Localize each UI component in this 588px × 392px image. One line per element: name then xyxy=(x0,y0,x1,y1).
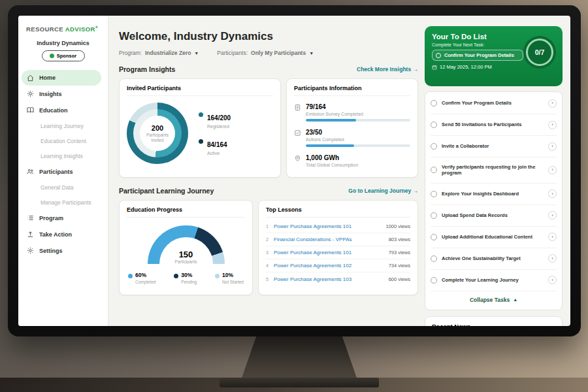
main-content: Welcome, Industry Dynamics Program: Indu… xyxy=(108,16,423,326)
logo-advisor: ADVISOR+ xyxy=(65,25,99,33)
task-row[interactable]: Verify participants requesting to join t… xyxy=(431,157,557,184)
survey-icon xyxy=(294,104,301,111)
participants-filter-label: Participants: xyxy=(217,50,248,56)
task-checkbox[interactable] xyxy=(431,167,437,173)
chevron-right-icon[interactable]: › xyxy=(548,276,557,284)
org-name: Industry Dynamics xyxy=(18,40,108,46)
recent-news-card: Recent News xyxy=(425,316,563,327)
sidebar-item-take-action[interactable]: Take Action xyxy=(18,226,108,242)
sidebar-item-general-data[interactable]: General Data xyxy=(18,180,108,195)
chevron-right-icon[interactable]: › xyxy=(548,254,557,263)
task-checkbox[interactable] xyxy=(431,255,437,262)
participants-filter[interactable]: Participants: Only My Participants ▼ xyxy=(217,50,314,56)
sidebar-item-learning-insights[interactable]: Learning Insights xyxy=(18,148,108,163)
chevron-right-icon[interactable]: › xyxy=(548,166,557,174)
task-checkbox[interactable] xyxy=(431,212,437,219)
calendar-icon xyxy=(432,65,437,70)
program-filter-value: Industrialize Zero xyxy=(145,50,191,56)
sidebar-item-education[interactable]: Education xyxy=(18,102,108,118)
chevron-right-icon[interactable]: › xyxy=(548,189,557,198)
task-row[interactable]: Invite a Collaborator › xyxy=(431,136,557,157)
sidebar-item-insights[interactable]: Insights xyxy=(18,86,108,102)
check-more-insights-link[interactable]: Check More Insights → xyxy=(357,66,418,73)
not-started-dot xyxy=(215,274,220,278)
task-checkbox[interactable] xyxy=(431,143,437,150)
sidebar: RESOURCE ADVISOR+ Industry Dynamics Spon… xyxy=(18,16,108,326)
active-dot xyxy=(199,139,203,144)
task-checkbox[interactable] xyxy=(431,100,437,106)
task-row[interactable]: Explore Your Insights Dashboard › xyxy=(431,184,557,205)
sponsor-badge[interactable]: Sponsor xyxy=(42,50,85,61)
next-task-pill[interactable]: Confirm Your Program Details xyxy=(432,50,523,61)
todo-progress-ring: 0/7 xyxy=(523,36,556,69)
lesson-row[interactable]: 5 Power Purchase Agreements 103 600 view… xyxy=(266,272,410,286)
donut-center-label: Participants Invited xyxy=(143,133,172,143)
task-row[interactable]: Upload Spend Data Records › xyxy=(431,205,557,227)
sidebar-nav: Home Insights Education Learning Journey… xyxy=(18,70,108,259)
program-filter-label: Program: xyxy=(119,50,142,56)
todo-task-list: Confirm Your Program Details › Send 50 I… xyxy=(425,91,563,310)
monitor-stand-neck xyxy=(240,335,358,382)
sidebar-item-education-content[interactable]: Education Content xyxy=(18,133,108,148)
todo-summary-card: Your To Do List Complete Your Next Task:… xyxy=(425,26,563,86)
chevron-right-icon[interactable]: › xyxy=(548,233,557,241)
program-filter[interactable]: Program: Industrialize Zero ▼ xyxy=(119,50,199,56)
sidebar-item-learning-journey[interactable]: Learning Journey xyxy=(18,118,108,133)
donut-center-value: 200 xyxy=(152,124,163,132)
actions-progress-bar xyxy=(306,144,410,147)
legend-not-started: 10% Not Started xyxy=(215,272,244,284)
app-logo: RESOURCE ADVISOR+ xyxy=(18,25,108,33)
sidebar-item-settings[interactable]: Settings xyxy=(18,242,108,259)
collapse-tasks-button[interactable]: Collapse Tasks ▲ xyxy=(431,291,557,309)
sidebar-item-home[interactable]: Home xyxy=(22,70,101,86)
screen: RESOURCE ADVISOR+ Industry Dynamics Spon… xyxy=(18,16,570,326)
task-checkbox[interactable] xyxy=(431,191,437,197)
invited-participants-card: Invited Participants 200 Participants In… xyxy=(119,78,281,178)
task-row[interactable]: Achieve One Sustainability Target › xyxy=(431,248,557,270)
lessons-card-title: Top Lessons xyxy=(266,206,410,218)
program-insights-title: Program Insights xyxy=(119,65,175,73)
task-checkbox[interactable] xyxy=(431,122,437,128)
task-checkbox[interactable] xyxy=(431,234,437,240)
chevron-right-icon[interactable]: › xyxy=(548,121,557,129)
lesson-row[interactable]: 3 Power Purchase Agreements 101 793 view… xyxy=(266,246,410,259)
lesson-row[interactable]: 2 Financial Considerations - VPPAs 803 v… xyxy=(266,233,410,246)
registered-dot xyxy=(199,112,203,117)
sidebar-item-manage-participants[interactable]: Manage Participants xyxy=(18,195,108,210)
lesson-row[interactable]: 1 Power Purchase Agreements 101 1000 vie… xyxy=(266,220,410,233)
task-row[interactable]: Upload Additional Educational Content › xyxy=(431,227,557,248)
participants-filter-value: Only My Participants xyxy=(251,50,306,56)
home-icon xyxy=(27,74,34,82)
invited-card-title: Invited Participants xyxy=(127,85,273,96)
sponsor-label: Sponsor xyxy=(57,53,76,59)
next-task-checkbox[interactable] xyxy=(436,53,441,58)
task-row[interactable]: Send 50 Invitations to Participants › xyxy=(431,114,557,136)
insights-icon xyxy=(27,90,34,97)
task-checkbox[interactable] xyxy=(431,277,437,284)
task-row[interactable]: Confirm Your Program Details › xyxy=(431,93,557,114)
legend-registered: 164/200 Registered xyxy=(199,111,231,129)
chevron-right-icon[interactable]: › xyxy=(548,142,557,151)
chevron-right-icon[interactable]: › xyxy=(548,99,557,108)
sidebar-item-participants[interactable]: Participants xyxy=(18,163,108,180)
pending-dot xyxy=(174,274,178,278)
lesson-row[interactable]: 4 Power Purchase Agreements 102 734 view… xyxy=(266,259,410,272)
pin-icon xyxy=(294,155,301,162)
insights-cards-row: Invited Participants 200 Participants In… xyxy=(119,78,418,178)
invited-legend: 164/200 Registered 84/164 Active xyxy=(199,111,231,155)
invited-donut-chart: 200 Participants Invited xyxy=(127,103,188,164)
top-lessons-card: Top Lessons 1 Power Purchase Agreements … xyxy=(258,200,418,295)
learning-journey-header: Participant Learning Journey Go to Learn… xyxy=(119,187,418,195)
logo-resource: RESOURCE xyxy=(26,25,63,33)
task-row[interactable]: Complete Your Learning Journey › xyxy=(431,270,557,291)
program-insights-header: Program Insights Check More Insights → xyxy=(119,65,418,73)
book-icon xyxy=(27,106,34,114)
go-to-learning-journey-link[interactable]: Go to Learning Journey → xyxy=(348,188,418,194)
sidebar-item-program[interactable]: Program xyxy=(18,210,108,226)
gauge-center-label: Participants xyxy=(148,259,225,264)
participants-information-card: Participants Information 79/164 Emission… xyxy=(286,78,418,178)
chevron-right-icon[interactable]: › xyxy=(548,211,557,220)
check-square-icon xyxy=(294,129,301,137)
chevron-up-icon: ▲ xyxy=(513,297,517,302)
info-card-title: Participants Information xyxy=(294,85,410,96)
